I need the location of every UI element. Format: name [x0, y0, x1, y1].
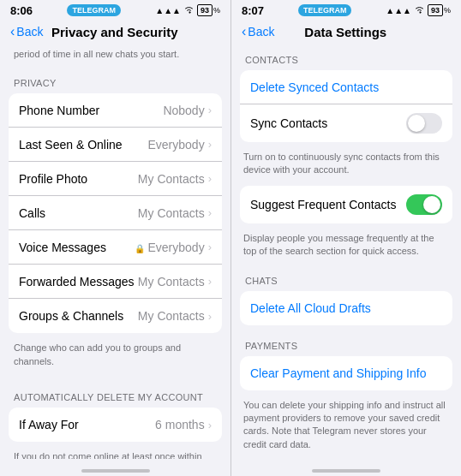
contacts-section-header: CONTACTS — [231, 45, 461, 68]
chats-section-header: CHATS — [231, 265, 461, 289]
status-bar-left: 8:06 TELEGRAM ▲▲▲ 93% — [0, 0, 230, 19]
suggest-contacts-description: Display people you message frequently at… — [231, 229, 461, 265]
left-content: period of time in all new chats you star… — [0, 45, 230, 459]
battery-left: 93% — [197, 4, 220, 16]
list-item-voice-messages[interactable]: Voice Messages 🔒 Everybody › — [9, 230, 222, 265]
item-value: My Contacts — [138, 309, 205, 323]
item-value: Everybody — [148, 138, 205, 152]
toggle-knob — [408, 115, 425, 132]
time-right: 8:07 — [242, 4, 264, 17]
list-item[interactable]: Forwarded Messages My Contacts › — [9, 265, 222, 299]
item-value: My Contacts — [138, 206, 205, 220]
item-label: Calls — [19, 206, 138, 220]
item-label: Profile Photo — [19, 172, 138, 186]
home-indicator-right — [231, 459, 461, 476]
item-label: Forwarded Messages — [19, 275, 138, 289]
chevron-icon: › — [208, 310, 212, 323]
list-item[interactable]: Calls My Contacts › — [9, 196, 222, 230]
chevron-icon: › — [208, 241, 212, 253]
back-button-left[interactable]: ‹ Back — [10, 24, 43, 39]
list-item-if-away-for[interactable]: If Away For 6 months › — [9, 408, 222, 442]
item-label: If Away For — [19, 418, 155, 431]
list-item[interactable]: Last Seen & Online Everybody › — [9, 128, 222, 162]
auto-delete-header: AUTOMATICALLY DELETE MY ACCOUNT — [0, 382, 230, 406]
right-content: CONTACTS Delete Synced Contacts Sync Con… — [231, 45, 461, 459]
list-item-delete-synced[interactable]: Delete Synced Contacts — [240, 70, 452, 104]
suggest-contacts-toggle[interactable] — [406, 194, 442, 215]
home-bar-left — [81, 469, 150, 473]
list-item-suggest-frequent[interactable]: Suggest Frequent Contacts — [240, 186, 452, 223]
item-label: Sync Contacts — [250, 116, 406, 130]
time-left: 8:06 — [10, 4, 33, 17]
chats-list: Delete All Cloud Drafts — [240, 291, 452, 325]
item-value: 🔒 Everybody — [135, 241, 205, 254]
item-value: 6 months — [155, 418, 205, 431]
item-value: Nobody — [163, 104, 204, 117]
item-value: My Contacts — [138, 275, 205, 289]
toggle-knob — [423, 196, 440, 213]
privacy-note: Change who can add you to groups and cha… — [0, 338, 230, 377]
item-label: Delete All Cloud Drafts — [250, 301, 371, 315]
chevron-icon: › — [208, 419, 212, 431]
home-indicator-left — [0, 459, 230, 476]
item-label: Clear Payment and Shipping Info — [250, 366, 426, 380]
signal-icon-right: ▲▲▲ — [386, 6, 411, 15]
signal-icon-left: ▲▲▲ — [155, 6, 181, 15]
payments-section-header: PAYMENTS — [231, 330, 461, 354]
chevron-icon: › — [208, 104, 212, 116]
nav-bar-left: ‹ Back Privacy and Security — [0, 19, 230, 45]
list-item-profile-photo[interactable]: Profile Photo My Contacts › — [9, 162, 222, 196]
list-item-sync-contacts[interactable]: Sync Contacts — [240, 104, 452, 142]
item-label: Last Seen & Online — [19, 138, 148, 152]
chevron-icon: › — [208, 172, 212, 185]
item-label: Groups & Channels — [19, 309, 138, 323]
page-title-left: Privacy and Security — [43, 25, 186, 39]
wifi-icon-left — [183, 5, 195, 15]
chevron-icon: › — [208, 206, 212, 219]
right-screen: 8:07 TELEGRAM ▲▲▲ 93% ‹ Back Data Settin… — [230, 0, 461, 476]
list-item[interactable]: Phone Number Nobody › — [9, 93, 222, 128]
page-title-right: Data Settings — [274, 25, 416, 39]
chevron-icon: › — [208, 138, 212, 151]
privacy-list: Phone Number Nobody › Last Seen & Online… — [9, 93, 222, 333]
back-button-right[interactable]: ‹ Back — [242, 24, 274, 39]
item-label: Phone Number — [19, 104, 163, 117]
sync-contacts-toggle[interactable] — [406, 113, 442, 134]
auto-delete-list: If Away For 6 months › — [9, 408, 222, 442]
left-screen: 8:06 TELEGRAM ▲▲▲ 93% ‹ Back Privacy and… — [0, 0, 230, 476]
item-value: My Contacts — [138, 172, 205, 186]
status-bar-right: 8:07 TELEGRAM ▲▲▲ 93% — [231, 0, 461, 19]
back-chevron-right: ‹ — [242, 24, 246, 39]
battery-right: 93% — [428, 4, 451, 16]
list-item-clear-payment[interactable]: Clear Payment and Shipping Info — [240, 356, 452, 390]
list-item[interactable]: Groups & Channels My Contacts › — [9, 299, 222, 333]
telegram-badge-right: TELEGRAM — [298, 4, 352, 16]
auto-delete-note: If you do not come online at least once … — [0, 447, 230, 459]
item-label: Delete Synced Contacts — [250, 80, 379, 94]
top-note-left: period of time in all new chats you star… — [0, 45, 230, 68]
payments-list: Clear Payment and Shipping Info — [240, 356, 452, 390]
contacts-list: Delete Synced Contacts Sync Contacts — [240, 70, 452, 142]
telegram-badge-left: TELEGRAM — [67, 4, 121, 16]
item-label: Suggest Frequent Contacts — [250, 198, 406, 211]
nav-bar-right: ‹ Back Data Settings — [231, 19, 461, 45]
chevron-icon: › — [208, 275, 212, 288]
sync-contacts-description: Turn on to continuously sync contacts fr… — [231, 147, 461, 184]
home-bar-right — [312, 469, 380, 473]
back-chevron-left: ‹ — [10, 24, 15, 39]
wifi-icon-right — [414, 5, 425, 15]
status-icons-right: ▲▲▲ 93% — [386, 4, 451, 16]
item-label: Voice Messages — [19, 241, 135, 254]
back-label-left: Back — [16, 25, 43, 39]
privacy-section-header: PRIVACY — [0, 68, 230, 92]
lock-icon: 🔒 — [135, 244, 145, 253]
suggest-contacts-list: Suggest Frequent Contacts — [240, 186, 452, 223]
back-label-right: Back — [248, 25, 274, 39]
payments-description: You can delete your shipping info and in… — [231, 396, 461, 459]
list-item-delete-drafts[interactable]: Delete All Cloud Drafts — [240, 291, 452, 325]
status-icons-left: ▲▲▲ 93% — [155, 4, 220, 16]
